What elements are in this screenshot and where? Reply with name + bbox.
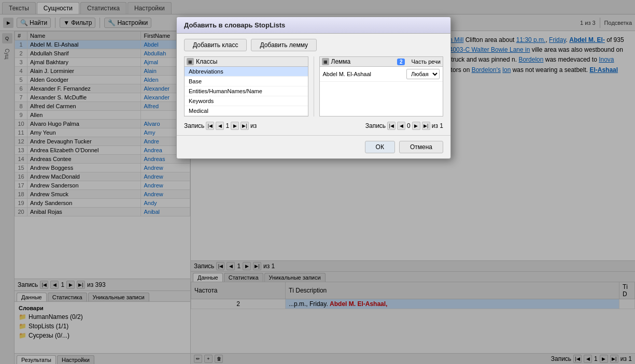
lemma-badge: 2: [397, 59, 405, 65]
lemma-value-1: Abdel M. El-Ashaal: [323, 71, 403, 77]
modal-nav-prev-right[interactable]: ◀: [397, 122, 405, 130]
modal-nav-first-right[interactable]: |◀: [387, 122, 396, 130]
modal-nav-last-right[interactable]: ▶|: [422, 122, 430, 130]
modal-nav-of-right: из 1: [432, 122, 443, 129]
class-humannames[interactable]: Entities/HumanNames/Name: [185, 86, 308, 96]
lemma-panel-header: ▦ Лемма 2 Часть речи: [320, 57, 443, 67]
modal-top-buttons: Добавить класс Добавить лемму: [184, 39, 443, 51]
classes-icon: ▦: [187, 58, 194, 65]
classes-header-label: Классы: [196, 58, 217, 65]
modal-body: Добавить класс Добавить лемму ▦ Классы A…: [177, 34, 450, 135]
modal-nav-row: Запись |◀ ◀ 1 ▶ ▶| из Запись |◀ ◀ 0 ▶ ▶|…: [184, 122, 443, 130]
modal-overlay: Добавить в словарь StopLists Добавить кл…: [0, 0, 635, 364]
modal-nav-of-left: из: [250, 122, 257, 129]
modal-nav-last-left[interactable]: ▶|: [241, 122, 249, 130]
modal-nav-left: Запись |◀ ◀ 1 ▶ ▶| из: [184, 122, 257, 130]
classes-panel-header: ▦ Классы: [185, 57, 308, 67]
modal-footer: ОК Отмена: [177, 135, 450, 158]
class-abbreviations[interactable]: Abbreviations: [185, 67, 308, 77]
modal-nav-current-left: 1: [225, 122, 229, 129]
class-medical[interactable]: Medical: [185, 106, 308, 116]
add-lemma-button[interactable]: Добавить лемму: [251, 39, 317, 51]
modal-nav-label-left: Запись: [184, 122, 204, 129]
modal-nav-label-right: Запись: [365, 122, 386, 129]
class-base[interactable]: Base: [185, 77, 308, 86]
lemma-panel-empty: [320, 82, 443, 116]
lemma-row-1: Abdel M. El-Ashaal Любая: [320, 67, 443, 82]
modal-nav-next-right[interactable]: ▶: [412, 122, 420, 130]
lemma-icon: ▦: [322, 58, 329, 65]
modal-nav-current-right: 0: [407, 122, 411, 129]
lemma-header-label: Лемма: [331, 58, 351, 65]
modal-dialog: Добавить в словарь StopLists Добавить кл…: [176, 17, 451, 159]
speech-header-label: Часть речи: [411, 59, 441, 65]
classes-panel: ▦ Классы Abbreviations Base Entities/Hum…: [184, 56, 308, 117]
panel-separator: [314, 56, 314, 117]
classes-list: Abbreviations Base Entities/HumanNames/N…: [185, 67, 308, 116]
modal-nav-right: Запись |◀ ◀ 0 ▶ ▶| из 1: [365, 122, 443, 130]
modal-panels: ▦ Классы Abbreviations Base Entities/Hum…: [184, 56, 443, 117]
modal-title: Добавить в словарь StopLists: [177, 17, 450, 34]
modal-nav-prev-left[interactable]: ◀: [216, 122, 224, 130]
modal-nav-first-left[interactable]: |◀: [206, 122, 214, 130]
cancel-button[interactable]: Отмена: [399, 141, 443, 153]
class-keywords[interactable]: Keywords: [185, 96, 308, 106]
ok-button[interactable]: ОК: [365, 141, 395, 153]
modal-nav-next-left[interactable]: ▶: [231, 122, 239, 130]
speech-dropdown-1[interactable]: Любая: [406, 69, 440, 79]
lemma-panel: ▦ Лемма 2 Часть речи Abdel M. El-Ashaal …: [319, 56, 444, 117]
add-class-button[interactable]: Добавить класс: [184, 39, 247, 51]
